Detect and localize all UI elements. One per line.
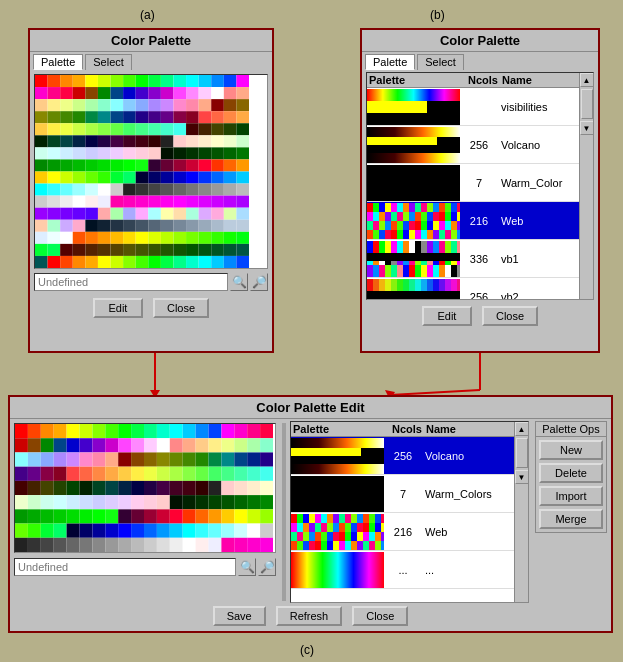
panel-c-title: Color Palette Edit bbox=[10, 397, 611, 419]
col-palette-c: Palette bbox=[293, 423, 388, 435]
merge-button[interactable]: Merge bbox=[539, 509, 603, 529]
tab-a-select[interactable]: Select bbox=[85, 54, 132, 70]
palette-rows-b: visibilities256Volcano7Warm_Color216Web3… bbox=[367, 88, 579, 299]
edit-button-a[interactable]: Edit bbox=[93, 298, 143, 318]
palette-name: Warm_Colors bbox=[422, 488, 514, 500]
panel-b-list-header: Palette Ncols Name bbox=[367, 73, 579, 88]
palette-row[interactable]: ...... bbox=[291, 551, 514, 589]
panel-c-list: Palette Ncols Name 256Volcano7Warm_Color… bbox=[290, 421, 529, 603]
col-name-b: Name bbox=[502, 74, 577, 86]
panel-b: Color Palette Palette Select Palette Nco… bbox=[360, 28, 600, 353]
palette-ncols: 216 bbox=[384, 526, 422, 538]
scroll-down-b[interactable]: ▼ bbox=[580, 121, 594, 135]
scroll-up-c[interactable]: ▲ bbox=[515, 422, 529, 436]
panel-a-search-bar: 🔍 🔎 bbox=[34, 273, 268, 291]
tab-b-select[interactable]: Select bbox=[417, 54, 464, 70]
palette-row[interactable]: 256Volcano bbox=[367, 126, 579, 164]
zoom-out-icon-c[interactable]: 🔎 bbox=[258, 558, 276, 576]
tab-b-palette[interactable]: Palette bbox=[365, 54, 415, 70]
palette-preview-img bbox=[291, 552, 384, 588]
tab-a-palette[interactable]: Palette bbox=[33, 54, 83, 70]
close-button-b[interactable]: Close bbox=[482, 306, 538, 326]
panel-c-list-content: Palette Ncols Name 256Volcano7Warm_Color… bbox=[291, 422, 514, 602]
palette-row[interactable]: 256vb2 bbox=[367, 278, 579, 299]
palette-preview-img bbox=[291, 514, 384, 550]
panel-b-list: Palette Ncols Name visibilities256Volcan… bbox=[366, 72, 594, 300]
palette-preview-img bbox=[367, 241, 460, 277]
scroll-thumb-c[interactable] bbox=[516, 438, 528, 468]
col-ncols-c: Ncols bbox=[388, 423, 426, 435]
scroll-down-c[interactable]: ▼ bbox=[515, 470, 529, 484]
palette-ncols: ... bbox=[384, 564, 422, 576]
palette-ncols: 256 bbox=[460, 291, 498, 300]
close-button-a[interactable]: Close bbox=[153, 298, 209, 318]
palette-ncols: 256 bbox=[384, 450, 422, 462]
palette-preview-img bbox=[291, 438, 384, 474]
palette-name: visibilities bbox=[498, 101, 579, 113]
palette-preview-img bbox=[367, 89, 460, 125]
close-button-c[interactable]: Close bbox=[352, 606, 408, 626]
panel-c-middle: Palette Ncols Name 256Volcano7Warm_Color… bbox=[288, 419, 531, 605]
palette-ncols: 7 bbox=[460, 177, 498, 189]
panel-c-bottom-buttons: Save Refresh Close bbox=[10, 601, 611, 631]
panel-c-color-grid-container bbox=[14, 423, 276, 553]
label-b: (b) bbox=[430, 8, 445, 22]
col-ncols-b: Ncols bbox=[464, 74, 502, 86]
palette-row[interactable]: visibilities bbox=[367, 88, 579, 126]
palette-ops-panel: Palette Ops New Delete Import Merge bbox=[535, 421, 607, 603]
palette-row[interactable]: 256Volcano bbox=[291, 437, 514, 475]
col-palette-b: Palette bbox=[369, 74, 464, 86]
panel-a: Color Palette Palette Select 🔍 🔎 Edit Cl… bbox=[28, 28, 274, 353]
panel-b-tabs: Palette Select bbox=[362, 52, 598, 70]
zoom-in-icon-c[interactable]: 🔍 bbox=[238, 558, 256, 576]
palette-row[interactable]: 7Warm_Color bbox=[367, 164, 579, 202]
panel-c-search-bar: 🔍 🔎 bbox=[14, 558, 276, 576]
search-input-c[interactable] bbox=[14, 558, 236, 576]
palette-name: Warm_Color bbox=[498, 177, 579, 189]
refresh-button[interactable]: Refresh bbox=[276, 606, 343, 626]
scroll-thumb-b[interactable] bbox=[581, 89, 593, 119]
panel-c-left: 🔍 🔎 bbox=[10, 419, 280, 605]
palette-ncols: 216 bbox=[460, 215, 498, 227]
search-input-a[interactable] bbox=[34, 273, 228, 291]
panel-a-color-grid-container bbox=[34, 74, 268, 269]
palette-name: Web bbox=[498, 215, 579, 227]
edit-button-b[interactable]: Edit bbox=[422, 306, 472, 326]
save-button[interactable]: Save bbox=[213, 606, 266, 626]
palette-row[interactable]: 216Web bbox=[291, 513, 514, 551]
new-button[interactable]: New bbox=[539, 440, 603, 460]
col-name-c: Name bbox=[426, 423, 512, 435]
palette-ncols: 336 bbox=[460, 253, 498, 265]
palette-name: vb2 bbox=[498, 291, 579, 300]
panel-a-buttons: Edit Close bbox=[30, 294, 272, 322]
palette-ncols: 256 bbox=[460, 139, 498, 151]
label-a: (a) bbox=[140, 8, 155, 22]
import-button[interactable]: Import bbox=[539, 486, 603, 506]
palette-preview-img bbox=[367, 203, 460, 239]
zoom-in-icon-a[interactable]: 🔍 bbox=[230, 273, 248, 291]
panel-c-list-header: Palette Ncols Name bbox=[291, 422, 514, 437]
palette-ops-buttons: New Delete Import Merge bbox=[535, 436, 607, 533]
palette-rows-c: 256Volcano7Warm_Colors216Web...... bbox=[291, 437, 514, 589]
scrollbar-b[interactable]: ▲ ▼ bbox=[579, 73, 593, 299]
palette-ops-title: Palette Ops bbox=[535, 421, 607, 436]
palette-row[interactable]: 7Warm_Colors bbox=[291, 475, 514, 513]
scroll-up-b[interactable]: ▲ bbox=[580, 73, 594, 87]
panel-b-buttons: Edit Close bbox=[362, 302, 598, 330]
palette-row[interactable]: 336vb1 bbox=[367, 240, 579, 278]
palette-preview-img bbox=[367, 127, 460, 163]
panel-c: Color Palette Edit 🔍 🔎 Palette Nc bbox=[8, 395, 613, 633]
palette-preview-img bbox=[367, 165, 460, 201]
panel-c-inner: 🔍 🔎 Palette Ncols Name 256Volcano7Warm_C… bbox=[10, 419, 611, 605]
label-c: (c) bbox=[300, 643, 314, 657]
palette-name: Web bbox=[422, 526, 514, 538]
scrollbar-c[interactable]: ▲ ▼ bbox=[514, 422, 528, 602]
panel-b-list-content: Palette Ncols Name visibilities256Volcan… bbox=[367, 73, 579, 299]
palette-preview-img bbox=[367, 279, 460, 300]
palette-preview-img bbox=[291, 476, 384, 512]
palette-row[interactable]: 216Web bbox=[367, 202, 579, 240]
zoom-out-icon-a[interactable]: 🔎 bbox=[250, 273, 268, 291]
delete-button[interactable]: Delete bbox=[539, 463, 603, 483]
panel-a-title: Color Palette bbox=[30, 30, 272, 52]
divider-c bbox=[282, 423, 286, 601]
